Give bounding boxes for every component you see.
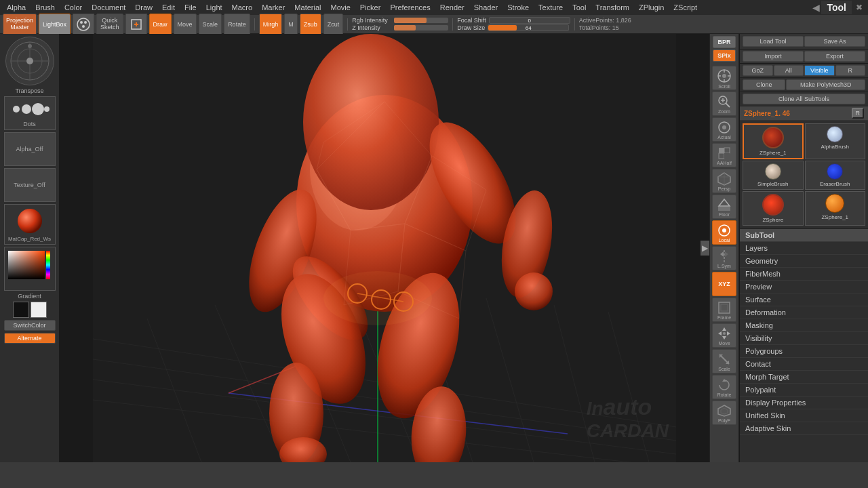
switch-color-button[interactable]: SwitchColor	[4, 320, 56, 331]
visibility-item[interactable]: Visibility	[740, 332, 868, 345]
color-picker-panel[interactable]	[4, 247, 56, 291]
floor-button[interactable]: Floor	[712, 195, 736, 219]
menu-preferences[interactable]: Preferences	[386, 2, 434, 13]
texture-off-panel[interactable]: Texture_Off	[4, 168, 56, 202]
display-properties-item[interactable]: Display Properties	[740, 396, 868, 409]
menu-brush[interactable]: Brush	[31, 2, 59, 13]
subtool-item[interactable]: SubTool	[740, 229, 868, 242]
menu-color[interactable]: Color	[60, 2, 86, 13]
rgb-intensity-slider[interactable]	[394, 18, 448, 23]
fibermesh-item[interactable]: FiberMesh	[740, 268, 868, 281]
menu-material[interactable]: Material	[290, 2, 325, 13]
persp-button[interactable]: Persp	[712, 169, 736, 193]
spix-button[interactable]: SPix	[713, 49, 736, 62]
menu-marker[interactable]: Marker	[258, 2, 289, 13]
panel-expand-arrow[interactable]: ▶	[701, 241, 709, 256]
matcap-panel[interactable]: MatCap_Red_Ws	[4, 204, 56, 245]
projection-master-button[interactable]: ProjectionMaster	[3, 14, 37, 35]
load-tool-button[interactable]: Load Tool	[743, 36, 804, 47]
menu-picker[interactable]: Picker	[356, 2, 385, 13]
menu-macro[interactable]: Macro	[228, 2, 257, 13]
menu-shader[interactable]: Shader	[470, 2, 502, 13]
menu-transform[interactable]: Transform	[591, 2, 633, 13]
tool-panel-close[interactable]: ✖	[853, 3, 865, 12]
draw-size-slider[interactable]: 64	[488, 24, 569, 31]
adaptive-skin-item[interactable]: Adaptive Skin	[740, 422, 868, 435]
layers-item[interactable]: Layers	[740, 242, 868, 255]
menu-document[interactable]: Document	[87, 2, 130, 13]
r-button[interactable]: R	[835, 65, 866, 76]
alpha-off-panel[interactable]: Alpha_Off	[4, 132, 56, 166]
focal-shift-slider[interactable]: 0	[489, 17, 570, 24]
foreground-color[interactable]	[13, 302, 29, 318]
collapse-icon[interactable]: ◀	[812, 2, 820, 13]
brush-zsphere[interactable]: ZSphere	[743, 191, 804, 226]
menu-tool[interactable]: Tool	[568, 2, 590, 13]
edit-btn[interactable]	[125, 14, 147, 35]
menu-zplugin[interactable]: ZPlugin	[635, 2, 668, 13]
polyf-button[interactable]: PolyF	[712, 401, 736, 425]
deformation-item[interactable]: Deformation	[740, 306, 868, 319]
export-button[interactable]: Export	[804, 51, 865, 62]
zoom-button[interactable]: Zoom	[712, 92, 736, 116]
goz-button[interactable]: GoZ	[743, 65, 773, 76]
visible-button[interactable]: Visible	[804, 65, 835, 76]
draw-button[interactable]: Draw	[149, 14, 172, 35]
zsub-button[interactable]: Zsub	[300, 14, 321, 35]
background-color[interactable]	[31, 302, 47, 318]
rotate-button[interactable]: Rotate	[224, 14, 250, 35]
alternate-button[interactable]: Alternate	[4, 333, 56, 344]
all-button[interactable]: All	[774, 65, 804, 76]
scroll-button[interactable]: Scroll	[712, 66, 736, 90]
brush-icon-btn[interactable]	[73, 14, 94, 35]
actual-button[interactable]: Actual	[712, 117, 736, 142]
brush-eraserbrush[interactable]: EraserBrush	[805, 161, 866, 190]
polypaint-item[interactable]: Polypaint	[740, 384, 868, 396]
make-polymesh3d-button[interactable]: Make PolyMesh3D	[786, 79, 865, 90]
canvas-area[interactable]: InautoCARDAN ▶	[60, 34, 709, 462]
brush-alphabrush[interactable]: AlphaBrush	[805, 123, 866, 159]
menu-alpha[interactable]: Alpha	[3, 2, 30, 13]
lightbox-button[interactable]: LightBox	[39, 14, 71, 35]
menu-draw[interactable]: Draw	[131, 2, 157, 13]
menu-movie[interactable]: Movie	[326, 2, 354, 13]
preview-item[interactable]: Preview	[740, 281, 868, 293]
move-tool-button[interactable]: Move	[712, 323, 736, 348]
brush-zsphere1[interactable]: ZSphere_1	[743, 123, 804, 159]
mirgh-button[interactable]: Mirgh	[259, 14, 283, 35]
menu-zscript[interactable]: ZScript	[669, 2, 701, 13]
masking-item[interactable]: Masking	[740, 319, 868, 332]
clone-all-subtools-button[interactable]: Clone All SubTools	[743, 94, 865, 104]
contact-item[interactable]: Contact	[740, 358, 868, 371]
brush-simplebrush[interactable]: SimpleBrush	[743, 161, 804, 190]
morph-target-item[interactable]: Morph Target	[740, 371, 868, 384]
move-button[interactable]: Move	[174, 14, 197, 35]
import-button[interactable]: Import	[743, 51, 804, 62]
unified-skin-item[interactable]: Unified Skin	[740, 409, 868, 422]
brush-zsphere1-2[interactable]: ZSphere_1	[805, 191, 866, 226]
scale-button[interactable]: Scale	[199, 14, 222, 35]
aahalf-button[interactable]: AAHalf	[712, 143, 736, 167]
save-as-button[interactable]: Save As	[804, 36, 865, 47]
zsphere-r-button[interactable]: R	[852, 108, 865, 119]
quick-sketch-button[interactable]: QuickSketch	[96, 14, 123, 35]
menu-light[interactable]: Light	[202, 2, 226, 13]
frame-button[interactable]: Frame	[712, 298, 736, 322]
m-button[interactable]: M	[284, 14, 298, 35]
menu-edit[interactable]: Edit	[158, 2, 179, 13]
z-intensity-slider[interactable]	[394, 25, 448, 30]
zcut-button[interactable]: Zcut	[323, 14, 344, 35]
xyz-button[interactable]: XYZ	[712, 272, 736, 296]
polygroups-item[interactable]: Polygroups	[740, 345, 868, 358]
brush-dots-panel[interactable]: Dots	[4, 96, 56, 130]
transpose-gizmo[interactable]	[5, 37, 54, 85]
menu-file[interactable]: File	[180, 2, 201, 13]
geometry-item[interactable]: Geometry	[740, 255, 868, 268]
menu-stroke[interactable]: Stroke	[503, 2, 533, 13]
bpr-button[interactable]: BPR	[713, 36, 736, 48]
rotate-tool-button[interactable]: Rotate	[712, 375, 736, 399]
surface-item[interactable]: Surface	[740, 293, 868, 306]
local-button[interactable]: Local	[712, 220, 736, 245]
lsym-button[interactable]: L.Sym	[712, 246, 736, 270]
scale-tool-button[interactable]: Scale	[712, 349, 736, 373]
